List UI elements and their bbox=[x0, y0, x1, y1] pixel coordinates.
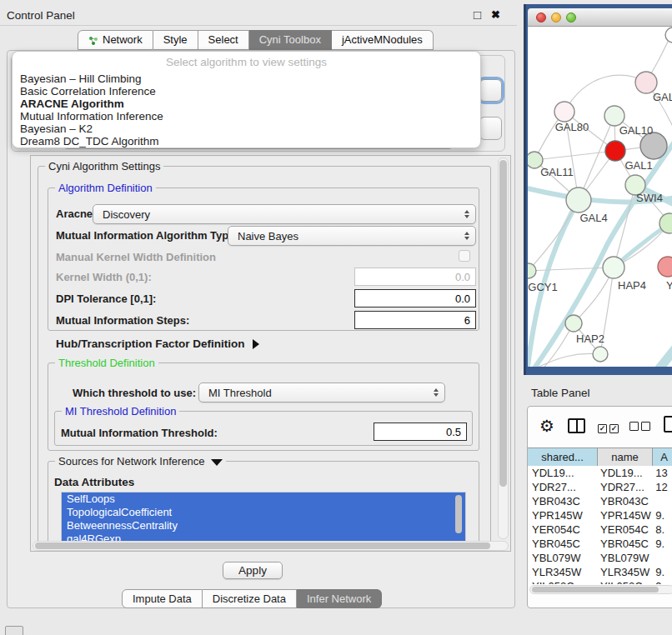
node-gal80[interactable] bbox=[554, 102, 574, 122]
close-window-icon[interactable]: ✖ bbox=[491, 8, 500, 21]
tab-style[interactable]: Style bbox=[153, 30, 198, 50]
node-gal10[interactable] bbox=[604, 106, 624, 126]
network-view-titlebar[interactable] bbox=[528, 8, 672, 27]
mi-threshold-field[interactable] bbox=[374, 422, 467, 441]
combo-spinner-icon bbox=[464, 232, 469, 240]
algorithm-dropdown[interactable]: Select algorithm to view settings Bayesi… bbox=[12, 51, 481, 148]
mi-type-combo[interactable]: Naive Bayes bbox=[228, 226, 476, 246]
table-row[interactable]: YDL19...YDL19...13 bbox=[528, 466, 672, 480]
unchecked-box-icon bbox=[641, 422, 650, 431]
dropdown-item[interactable]: Mutual Information Inference bbox=[20, 110, 473, 122]
table-rows: YDL19...YDL19...13 YDR27...YDR27...12 YB… bbox=[528, 466, 672, 584]
table-row[interactable]: YDR27...YDR27...12 bbox=[528, 480, 672, 494]
node-gal4[interactable] bbox=[566, 188, 591, 212]
data-attributes-label: Data Attributes bbox=[54, 476, 134, 488]
node-gal1[interactable] bbox=[605, 141, 625, 161]
apply-button-label: Apply bbox=[238, 564, 267, 577]
tab-jactivemnodules[interactable]: jActiveMNodules bbox=[332, 30, 434, 50]
table-combo-stub[interactable] bbox=[479, 117, 502, 140]
collapsed-arrow-icon bbox=[253, 339, 259, 349]
node-partial-top[interactable] bbox=[665, 28, 672, 42]
tab-infer-network[interactable]: Infer Network bbox=[297, 589, 382, 608]
node-label: HAP2 bbox=[576, 332, 604, 345]
hide-columns-icon[interactable] bbox=[629, 421, 650, 433]
node-hap2[interactable] bbox=[565, 315, 582, 332]
show-columns-icon[interactable]: ✓✓ bbox=[598, 421, 619, 433]
tab-select-label: Select bbox=[208, 31, 238, 49]
which-threshold-value: MI Threshold bbox=[208, 387, 272, 399]
node-label: GAL80 bbox=[555, 121, 589, 133]
settings-vscrollbar-thumb[interactable] bbox=[499, 160, 507, 487]
node-label: Y bbox=[666, 279, 672, 292]
table-row[interactable]: YIL052CYIL052C9 bbox=[528, 579, 672, 584]
new-table-icon[interactable] bbox=[664, 416, 672, 432]
mi-threshold-title: MI Threshold Definition bbox=[62, 405, 179, 418]
cyni-algorithm-settings-title: Cyni Algorithm Settings bbox=[45, 160, 163, 172]
list-scrollbar[interactable] bbox=[455, 495, 462, 533]
tab-cyni-toolbox[interactable]: Cyni Toolbox bbox=[249, 30, 332, 50]
node-gcy1[interactable] bbox=[528, 263, 536, 278]
close-traffic-light[interactable] bbox=[536, 12, 546, 22]
dropdown-item[interactable]: Basic Correlation Inference bbox=[20, 85, 473, 98]
split-pane-divider bbox=[576, 420, 578, 432]
node-label: SWI4 bbox=[636, 192, 663, 204]
mi-type-label: Mutual Information Algorithm Type: bbox=[56, 229, 238, 242]
table-row[interactable]: YBL079WYBL079W bbox=[528, 551, 672, 565]
expanded-arrow-icon bbox=[211, 459, 223, 466]
list-item[interactable]: SelfLoops bbox=[62, 492, 465, 506]
threshold-definition-title: Threshold Definition bbox=[55, 357, 158, 369]
zoom-traffic-light[interactable] bbox=[566, 12, 576, 22]
table-row[interactable]: YLR345WYLR345W9. bbox=[528, 565, 672, 579]
manual-kernel-label: Manual Kernel Width Definition bbox=[56, 251, 216, 263]
gear-icon[interactable]: ⚙ bbox=[539, 416, 554, 436]
column-header-name[interactable]: name bbox=[598, 448, 653, 467]
node-label: HAP4 bbox=[618, 279, 646, 292]
node-label: GCY1 bbox=[528, 281, 557, 293]
aracne-mode-combo[interactable]: Discovery bbox=[93, 204, 476, 224]
mi-steps-label: Mutual Information Steps: bbox=[56, 314, 189, 327]
dropdown-item-selected[interactable]: ARACNE Algorithm bbox=[20, 98, 473, 110]
dropdown-item[interactable]: Bayesian – K2 bbox=[20, 122, 473, 135]
mi-steps-field[interactable] bbox=[354, 311, 476, 329]
node-label: GAL10 bbox=[619, 124, 653, 137]
table-header: shared... name A bbox=[528, 448, 672, 466]
tab-impute-data[interactable]: Impute Data bbox=[122, 589, 203, 608]
data-attributes-list[interactable]: SelfLoops TopologicalCoefficient Between… bbox=[61, 492, 466, 545]
sources-title-toggle[interactable]: Sources for Network Inference bbox=[55, 455, 226, 468]
kernel-width-field[interactable] bbox=[354, 268, 476, 286]
which-threshold-combo[interactable]: MI Threshold bbox=[198, 382, 445, 402]
float-window-icon[interactable]: □ bbox=[474, 8, 481, 22]
list-item[interactable]: TopologicalCoefficient bbox=[62, 506, 465, 519]
dropdown-item[interactable]: Bayesian – Hill Climbing bbox=[20, 72, 473, 85]
tab-discretize-data[interactable]: Discretize Data bbox=[203, 589, 297, 608]
column-header-partial[interactable]: A bbox=[653, 448, 672, 467]
tab-network[interactable]: Network bbox=[78, 30, 153, 50]
table-row[interactable]: YER054CYER054C8. bbox=[528, 522, 672, 537]
hub-definition-label: Hub/Transcription Factor Definition bbox=[56, 338, 245, 350]
mi-threshold-label: Mutual Information Threshold: bbox=[61, 427, 218, 439]
node-hap4[interactable] bbox=[603, 257, 624, 278]
dropdown-item[interactable]: Dream8 DC_TDC Algorithm bbox=[20, 135, 473, 148]
node-bottom[interactable] bbox=[593, 347, 608, 362]
node-salmon[interactable] bbox=[658, 257, 672, 277]
dpi-tolerance-label: DPI Tolerance [0,1]: bbox=[56, 292, 156, 305]
column-header-shared-name[interactable]: shared... bbox=[528, 448, 598, 467]
algorithm-combo-stub[interactable] bbox=[479, 79, 502, 102]
tab-impute-data-label: Impute Data bbox=[133, 592, 192, 605]
table-hscrollbar-thumb[interactable] bbox=[532, 587, 659, 592]
minimize-traffic-light[interactable] bbox=[551, 12, 561, 22]
settings-hscrollbar-thumb[interactable] bbox=[35, 542, 490, 549]
table-row[interactable]: YBR043CYBR043C bbox=[528, 494, 672, 508]
dpi-tolerance-field[interactable] bbox=[354, 289, 476, 308]
apply-button[interactable]: Apply bbox=[223, 562, 283, 579]
tab-infer-network-label: Infer Network bbox=[307, 592, 371, 605]
split-pane-icon[interactable] bbox=[568, 418, 585, 433]
table-row[interactable]: YBR045CYBR045C9. bbox=[528, 537, 672, 551]
dropdown-placeholder: Select algorithm to view settings bbox=[13, 56, 480, 68]
table-row[interactable]: YPR145WYPR145W9. bbox=[528, 508, 672, 522]
list-item[interactable]: BetweennessCentrality bbox=[62, 519, 465, 532]
bottom-left-button-partial[interactable] bbox=[5, 626, 23, 635]
tab-select[interactable]: Select bbox=[198, 30, 249, 50]
manual-kernel-checkbox[interactable] bbox=[459, 250, 470, 262]
hub-definition-toggle[interactable]: Hub/Transcription Factor Definition bbox=[56, 338, 259, 350]
